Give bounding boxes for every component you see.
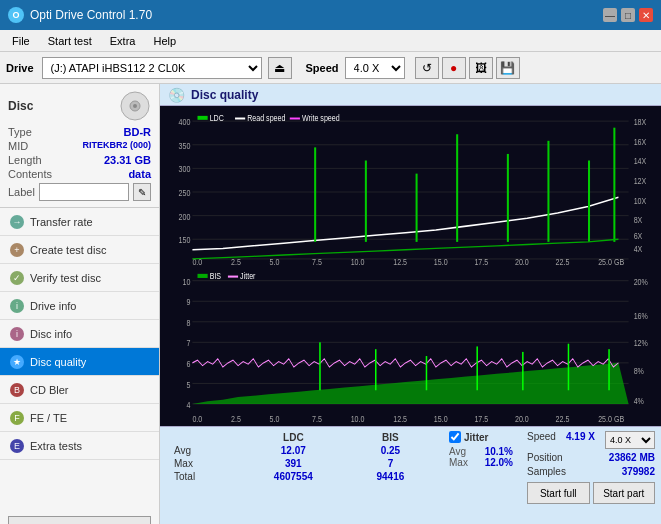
- image-button[interactable]: 🖼: [469, 57, 493, 79]
- speed-stat-label: Speed: [527, 431, 556, 449]
- svg-text:20%: 20%: [634, 275, 649, 286]
- svg-text:17.5: 17.5: [474, 258, 488, 266]
- menu-file[interactable]: File: [4, 33, 38, 49]
- svg-text:14X: 14X: [634, 157, 647, 167]
- nav-item-extra-tests[interactable]: E Extra tests: [0, 432, 159, 460]
- label-key: Label: [8, 186, 35, 198]
- nav-item-verify-test-disc[interactable]: ✓ Verify test disc: [0, 264, 159, 292]
- svg-rect-43: [613, 128, 615, 242]
- svg-text:6: 6: [186, 357, 190, 368]
- nav-item-disc-quality[interactable]: ★ Disc quality: [0, 348, 159, 376]
- eject-button[interactable]: ⏏: [268, 57, 292, 79]
- nav-item-cd-bler[interactable]: B CD Bler: [0, 376, 159, 404]
- svg-text:15.0: 15.0: [434, 258, 448, 266]
- speed-label: Speed: [306, 62, 339, 74]
- svg-text:18X: 18X: [634, 117, 647, 127]
- svg-rect-40: [507, 154, 509, 242]
- nav-item-fe-te[interactable]: F FE / TE: [0, 404, 159, 432]
- svg-text:25.0 GB: 25.0 GB: [598, 258, 624, 266]
- svg-text:20.0: 20.0: [515, 412, 529, 423]
- jitter-label: Jitter: [464, 432, 488, 443]
- svg-rect-39: [456, 134, 458, 242]
- svg-rect-83: [375, 349, 377, 390]
- menu-start-test[interactable]: Start test: [40, 33, 100, 49]
- right-stats: Speed 4.19 X 4.0 X Position 23862 MB Sam…: [521, 427, 661, 524]
- svg-text:Jitter: Jitter: [240, 270, 256, 281]
- col-ldc: LDC: [239, 431, 348, 444]
- save-button[interactable]: 💾: [496, 57, 520, 79]
- speed-stat-val: 4.19 X: [566, 431, 595, 449]
- svg-text:4X: 4X: [634, 245, 643, 255]
- label-input[interactable]: [39, 183, 129, 201]
- disc-info-icon: i: [10, 327, 24, 341]
- content-header: 💿 Disc quality: [160, 84, 661, 106]
- drive-select[interactable]: (J:) ATAPI iHBS112 2 CL0K: [42, 57, 262, 79]
- svg-text:10.0: 10.0: [351, 412, 365, 423]
- svg-text:8: 8: [186, 316, 190, 327]
- svg-text:150: 150: [179, 235, 191, 245]
- main-layout: Disc Type BD-R MID RITEKBR2 (000) Length…: [0, 84, 661, 524]
- nav-item-transfer-rate[interactable]: → Transfer rate: [0, 208, 159, 236]
- svg-rect-41: [547, 141, 549, 242]
- svg-text:200: 200: [179, 212, 191, 222]
- type-val: BD-R: [124, 126, 152, 138]
- nav-item-create-test-disc[interactable]: + Create test disc: [0, 236, 159, 264]
- start-full-button[interactable]: Start full: [527, 482, 590, 504]
- contents-key: Contents: [8, 168, 52, 180]
- svg-text:BIS: BIS: [210, 270, 222, 281]
- svg-point-2: [133, 104, 137, 108]
- bis-svg: 10 9 8 7 6 5 4 20% 16% 12% 8% 4% 0.0 2.5: [162, 267, 659, 425]
- svg-text:350: 350: [179, 141, 191, 151]
- svg-text:5: 5: [186, 378, 190, 389]
- minimize-button[interactable]: —: [603, 8, 617, 22]
- refresh-button[interactable]: ↺: [415, 57, 439, 79]
- disc-panel: Disc Type BD-R MID RITEKBR2 (000) Length…: [0, 84, 159, 208]
- col-bis: BIS: [348, 431, 433, 444]
- content-area: 💿 Disc quality 400: [160, 84, 661, 524]
- app-title: Opti Drive Control 1.70: [30, 8, 152, 22]
- svg-text:5.0: 5.0: [270, 258, 280, 266]
- menu-help[interactable]: Help: [145, 33, 184, 49]
- svg-text:7.5: 7.5: [312, 412, 322, 423]
- svg-rect-86: [522, 351, 524, 389]
- svg-text:16%: 16%: [634, 309, 649, 320]
- jitter-stats: Jitter Avg 10.1% Max 12.0%: [441, 427, 521, 524]
- svg-text:400: 400: [179, 117, 191, 127]
- svg-text:12%: 12%: [634, 337, 649, 348]
- stats-panel: LDC BIS Avg 12.07 0.25 Max: [160, 426, 661, 524]
- length-val: 23.31 GB: [104, 154, 151, 166]
- content-title: Disc quality: [191, 88, 258, 102]
- record-button[interactable]: ●: [442, 57, 466, 79]
- svg-text:25.0 GB: 25.0 GB: [598, 412, 624, 423]
- status-window-button[interactable]: Status window >>: [8, 516, 151, 524]
- svg-text:8%: 8%: [634, 364, 645, 375]
- jitter-max-val: 12.0%: [485, 457, 513, 468]
- label-edit-button[interactable]: ✎: [133, 183, 151, 201]
- svg-rect-82: [319, 342, 321, 390]
- toolbar: Drive (J:) ATAPI iHBS112 2 CL0K ⏏ Speed …: [0, 52, 661, 84]
- svg-text:12.5: 12.5: [393, 258, 407, 266]
- start-part-button[interactable]: Start part: [593, 482, 656, 504]
- stats-table: LDC BIS Avg 12.07 0.25 Max: [160, 427, 441, 524]
- svg-text:LDC: LDC: [210, 113, 224, 123]
- svg-text:6X: 6X: [634, 231, 643, 241]
- jitter-avg-label: Avg: [449, 446, 466, 457]
- mid-val: RITEKBR2 (000): [82, 140, 151, 152]
- menu-extra[interactable]: Extra: [102, 33, 144, 49]
- disc-quality-icon: ★: [10, 355, 24, 369]
- extra-tests-icon: E: [10, 439, 24, 453]
- nav-item-drive-info[interactable]: i Drive info: [0, 292, 159, 320]
- speed-stat-select[interactable]: 4.0 X: [605, 431, 655, 449]
- nav-item-disc-info[interactable]: i Disc info: [0, 320, 159, 348]
- jitter-max-label: Max: [449, 457, 468, 468]
- svg-text:4: 4: [186, 398, 190, 409]
- speed-select[interactable]: 4.0 X: [345, 57, 405, 79]
- svg-text:2.5: 2.5: [231, 412, 241, 423]
- jitter-checkbox[interactable]: [449, 431, 461, 443]
- sidebar: Disc Type BD-R MID RITEKBR2 (000) Length…: [0, 84, 160, 524]
- samples-label: Samples: [527, 466, 566, 477]
- svg-text:Write speed: Write speed: [302, 113, 340, 123]
- close-button[interactable]: ✕: [639, 8, 653, 22]
- maximize-button[interactable]: □: [621, 8, 635, 22]
- drive-label: Drive: [6, 62, 34, 74]
